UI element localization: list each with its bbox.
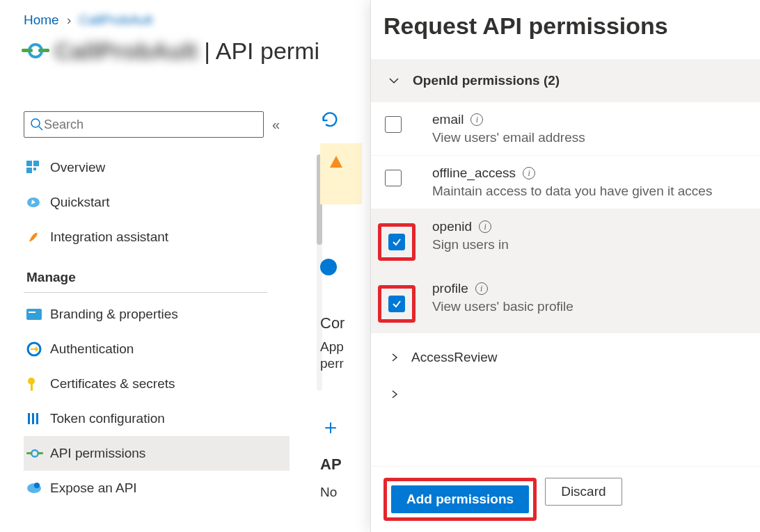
svg-rect-11 [29, 312, 35, 313]
svg-rect-19 [26, 452, 32, 454]
sidebar-item-label: Quickstart [50, 195, 110, 210]
search-icon [30, 118, 44, 131]
sidebar-item-expose-api[interactable]: Expose an API [24, 471, 290, 506]
permission-row-offline-access[interactable]: offline_accessi Maintain access to data … [371, 156, 760, 209]
sidebar-nav: Overview Quickstart Integration assistan… [24, 150, 292, 506]
discard-button[interactable]: Discard [545, 478, 622, 506]
app-name-blurred: CallProbAult [54, 38, 198, 65]
token-icon [26, 412, 50, 426]
search-field[interactable] [44, 118, 258, 132]
main-content-peek: Cor App perr ＋ AP No [320, 110, 376, 500]
permission-group-label: OpenId permissions (2) [413, 73, 560, 88]
svg-rect-16 [32, 413, 34, 424]
overview-icon [26, 161, 50, 175]
permission-group-collapsed[interactable] [371, 382, 760, 417]
svg-rect-6 [33, 161, 39, 166]
sidebar-item-authentication[interactable]: Authentication [24, 332, 290, 366]
sidebar-item-label: Authentication [50, 341, 134, 357]
svg-rect-14 [31, 384, 33, 391]
paragraph: App [320, 339, 376, 355]
permission-description: Maintain access to data you have given i… [432, 184, 712, 199]
panel-footer: Add permissions Discard [371, 466, 760, 532]
app-registration-icon [19, 35, 52, 67]
sidebar-item-overview[interactable]: Overview [24, 150, 290, 185]
info-icon[interactable]: i [470, 113, 483, 126]
sidebar-item-label: API permissions [50, 446, 145, 461]
highlight-marker: Add permissions [383, 478, 537, 521]
rocket-icon [26, 230, 50, 244]
sidebar-item-quickstart[interactable]: Quickstart [24, 185, 290, 220]
collapse-icon[interactable]: « [272, 117, 276, 133]
chevron-right-icon [389, 352, 400, 363]
page-title: | API permi [198, 38, 319, 65]
chevron-right-icon [389, 389, 400, 400]
permission-name: offline_access [432, 166, 516, 181]
add-permissions-button[interactable]: Add permissions [391, 485, 529, 513]
sidebar-item-integration[interactable]: Integration assistant [24, 220, 290, 255]
svg-point-13 [28, 378, 35, 385]
sidebar-item-label: Overview [50, 160, 105, 175]
permission-group-accessreview[interactable]: AccessReview [371, 333, 760, 382]
svg-rect-2 [38, 49, 49, 52]
api-permissions-icon [26, 445, 50, 462]
permission-row-email[interactable]: emaili View users' email address [371, 102, 760, 156]
permission-row-openid[interactable]: openidi Sign users in [371, 209, 760, 271]
breadcrumb-home[interactable]: Home [24, 13, 59, 27]
checkbox-profile[interactable] [388, 296, 405, 312]
chevron-right-icon: › [67, 13, 71, 27]
sidebar-group-manage: Manage [24, 255, 267, 293]
expose-api-icon [26, 482, 50, 494]
svg-point-22 [34, 483, 40, 488]
key-icon [26, 377, 50, 391]
sidebar-item-label: Token configuration [50, 411, 165, 426]
permission-group-label: AccessReview [411, 350, 498, 365]
sidebar-item-certificates[interactable]: Certificates & secrets [24, 366, 290, 401]
permission-description: View users' basic profile [432, 299, 573, 314]
permission-description: View users' email address [432, 130, 585, 145]
warning-icon [328, 154, 344, 170]
permission-name: openid [432, 219, 472, 234]
checkbox-offline-access[interactable] [385, 170, 402, 186]
permission-name: email [432, 112, 464, 127]
info-badge [320, 259, 337, 275]
sidebar-item-api-permissions[interactable]: API permissions [24, 436, 290, 471]
sidebar-item-token[interactable]: Token configuration [24, 401, 290, 436]
sidebar-item-branding[interactable]: Branding & properties [24, 297, 290, 332]
svg-rect-5 [26, 161, 32, 166]
breadcrumb-app[interactable]: CallProbAult [79, 13, 153, 27]
svg-rect-10 [26, 309, 42, 320]
svg-rect-7 [26, 168, 32, 173]
section-header: AP [320, 456, 376, 474]
info-icon[interactable]: i [523, 167, 535, 179]
permission-description: Sign users in [432, 237, 509, 252]
permission-group-openid[interactable]: OpenId permissions (2) [371, 59, 760, 102]
add-icon[interactable]: ＋ [320, 413, 376, 442]
section-header: Cor [320, 314, 376, 332]
highlight-marker [378, 223, 415, 261]
sidebar-item-label: Expose an API [50, 481, 137, 496]
checkbox-openid[interactable] [388, 234, 405, 250]
checkbox-email[interactable] [385, 116, 402, 133]
auth-icon [26, 341, 50, 357]
permission-row-profile[interactable]: profilei View users' basic profile [371, 271, 760, 333]
info-icon[interactable]: i [479, 220, 491, 233]
paragraph: perr [320, 356, 376, 371]
refresh-icon[interactable] [320, 110, 376, 129]
svg-rect-15 [28, 413, 30, 424]
svg-rect-1 [22, 49, 33, 52]
search-input[interactable] [24, 111, 264, 138]
sidebar-item-label: Branding & properties [50, 307, 178, 322]
sidebar-item-label: Certificates & secrets [50, 376, 175, 392]
paragraph: No [320, 485, 376, 500]
warning-banner [320, 143, 362, 204]
svg-rect-8 [33, 168, 36, 170]
svg-line-4 [39, 127, 42, 130]
info-icon[interactable]: i [475, 282, 488, 295]
panel-title: Request API permissions [371, 0, 760, 59]
svg-point-3 [31, 119, 40, 127]
svg-rect-17 [36, 413, 38, 424]
request-api-permissions-panel: Request API permissions OpenId permissio… [370, 0, 760, 532]
svg-rect-20 [38, 452, 43, 454]
chevron-down-icon [388, 74, 400, 87]
quickstart-icon [26, 195, 50, 209]
